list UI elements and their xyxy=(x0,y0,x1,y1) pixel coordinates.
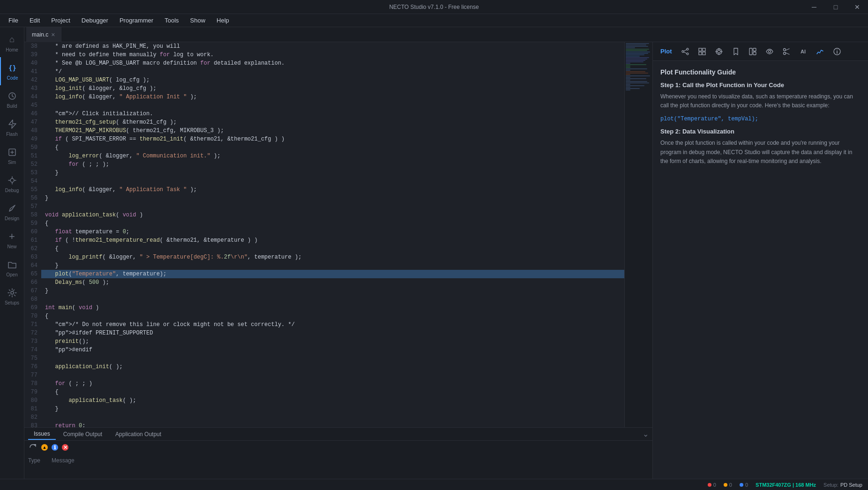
bottom-columns: Type Message xyxy=(24,454,652,467)
layout-icon-btn[interactable] xyxy=(745,45,760,58)
chart-icon-btn[interactable] xyxy=(813,45,828,58)
line-content xyxy=(41,295,624,304)
code-line-46: 46 "cm">// Click initialization. xyxy=(24,110,624,118)
menu-show[interactable]: Show xyxy=(186,15,210,26)
menu-programmer[interactable]: Programmer xyxy=(115,15,158,26)
tab-close-button[interactable]: × xyxy=(51,31,55,38)
sidebar-item-build[interactable]: Build xyxy=(0,85,24,113)
code-line-45: 45 xyxy=(24,101,624,110)
svg-rect-7 xyxy=(699,48,702,51)
eye-icon-btn[interactable] xyxy=(762,45,777,58)
minimize-button[interactable]: ─ xyxy=(803,0,825,14)
line-number: 55 xyxy=(24,186,41,194)
menu-debugger[interactable]: Debugger xyxy=(77,15,113,26)
code-line-66: 66 Delay_ms( 500 ); xyxy=(24,278,624,287)
menu-file[interactable]: File xyxy=(4,15,23,26)
sidebar-item-new[interactable]: + New xyxy=(0,226,24,254)
line-number: 45 xyxy=(24,101,41,110)
sidebar-item-setups[interactable]: Setups xyxy=(0,282,24,310)
sidebar-item-home[interactable]: ⌂ Home xyxy=(0,29,24,57)
line-number: 42 xyxy=(24,76,41,84)
line-content: * are defined as HAK_PIN_ME, you will xyxy=(41,42,624,51)
sidebar-label-debug: Debug xyxy=(5,188,19,193)
plot-tab-label[interactable]: Plot xyxy=(657,48,676,55)
window-controls: ─ □ ✕ xyxy=(803,0,868,14)
line-number: 82 xyxy=(24,413,41,422)
svg-rect-10 xyxy=(703,52,705,55)
svg-rect-9 xyxy=(699,52,702,55)
tab-main-c[interactable]: main.c × xyxy=(26,27,61,42)
line-content xyxy=(41,101,624,110)
bottom-tab-app-output[interactable]: Application Output xyxy=(110,429,167,439)
line-number: 59 xyxy=(24,219,41,228)
line-content: if ( SPI_MASTER_ERROR == thermo21_init( … xyxy=(41,135,624,143)
grid-icon-btn[interactable] xyxy=(695,45,710,58)
sidebar-item-flash[interactable]: Flash xyxy=(0,113,24,141)
sidebar-label-open: Open xyxy=(6,272,17,277)
bottom-panel-close[interactable]: ⌄ xyxy=(643,430,649,438)
sidebar-item-open[interactable]: Open xyxy=(0,254,24,282)
line-number: 46 xyxy=(24,110,41,118)
code-line-40: 40 * See @b LOG_MAP_USB_UART macro defin… xyxy=(24,59,624,67)
code-line-62: 62 { xyxy=(24,245,624,253)
sidebar-item-sim[interactable]: Sim xyxy=(0,141,24,170)
line-content: application_init( ); xyxy=(41,363,624,371)
code-container[interactable]: 38 * are defined as HAK_PIN_ME, you will… xyxy=(24,42,624,427)
setup-value: PD Setup xyxy=(840,482,862,488)
ai-icon-btn[interactable]: AI xyxy=(796,45,811,58)
right-panel-toolbar: Plot xyxy=(653,42,868,61)
minimap-lines xyxy=(625,42,652,92)
code-line-65: 65 plot("Temperature", temperature); xyxy=(24,270,624,278)
line-number: 51 xyxy=(24,152,41,160)
line-number: 49 xyxy=(24,135,41,143)
plot-step1-text: Whenever you need to visualize data, suc… xyxy=(660,92,861,110)
menu-tools[interactable]: Tools xyxy=(160,15,183,26)
line-number: 57 xyxy=(24,202,41,211)
line-content: } xyxy=(41,194,624,202)
line-content: } xyxy=(41,287,624,295)
menu-edit[interactable]: Edit xyxy=(25,15,45,26)
bottom-tab-compile[interactable]: Compile Output xyxy=(58,429,108,439)
sidebar-item-design[interactable]: Design xyxy=(0,198,24,226)
sidebar-item-debug[interactable]: Debug xyxy=(0,170,24,198)
open-icon xyxy=(7,259,18,270)
line-content: { xyxy=(41,143,624,152)
line-content: if ( !thermo21_temperature_read( &thermo… xyxy=(41,236,624,245)
line-content: preinit(); xyxy=(41,337,624,346)
right-panel-content: Plot Functionality Guide Step 1: Call th… xyxy=(653,61,868,479)
menu-project[interactable]: Project xyxy=(46,15,75,26)
target-icon-btn[interactable] xyxy=(711,45,726,58)
line-content xyxy=(41,354,624,363)
scissors-icon-btn[interactable] xyxy=(779,45,794,58)
close-button[interactable]: ✕ xyxy=(846,0,868,14)
bottom-toolbar: ▲ ℹ ✕ xyxy=(24,441,652,454)
line-content: * need to define them manually for log t… xyxy=(41,51,624,59)
info-icon-btn[interactable] xyxy=(830,45,845,58)
line-content: { xyxy=(41,245,624,253)
line-content: * See @b LOG_MAP_USB_UART macro definiti… xyxy=(41,59,624,67)
status-setup: Setup: PD Setup xyxy=(823,482,862,488)
line-content: } xyxy=(41,169,624,177)
tab-label: main.c xyxy=(32,31,48,38)
bookmark-icon-btn[interactable] xyxy=(728,45,743,58)
refresh-icon[interactable] xyxy=(28,443,37,452)
code-line-64: 64 } xyxy=(24,261,624,270)
line-content xyxy=(41,371,624,379)
share-icon-btn[interactable] xyxy=(678,45,693,58)
line-number: 83 xyxy=(24,422,41,427)
sidebar-label-design: Design xyxy=(5,216,19,221)
status-warnings: 0 xyxy=(724,482,732,488)
plot-step2-text: Once the plot function is called within … xyxy=(660,139,861,166)
content-area: main.c × 38 * are defined as HAK_PIN_ME,… xyxy=(24,27,868,479)
line-number: 41 xyxy=(24,67,41,76)
sidebar-item-code[interactable]: {} Code xyxy=(0,57,24,85)
code-line-61: 61 if ( !thermo21_temperature_read( &the… xyxy=(24,236,624,245)
line-content: "cm">/* Do not remove this line or clock… xyxy=(41,320,624,329)
menu-help[interactable]: Help xyxy=(212,15,234,26)
window-title: NECTO Studio v7.1.0 - Free license xyxy=(389,4,479,10)
line-number: 74 xyxy=(24,346,41,354)
left-sidebar: ⌂ Home {} Code Build Flash xyxy=(0,27,24,479)
restore-button[interactable]: □ xyxy=(825,0,846,14)
code-line-39: 39 * need to define them manually for lo… xyxy=(24,51,624,59)
bottom-tab-issues[interactable]: Issues xyxy=(28,429,56,440)
